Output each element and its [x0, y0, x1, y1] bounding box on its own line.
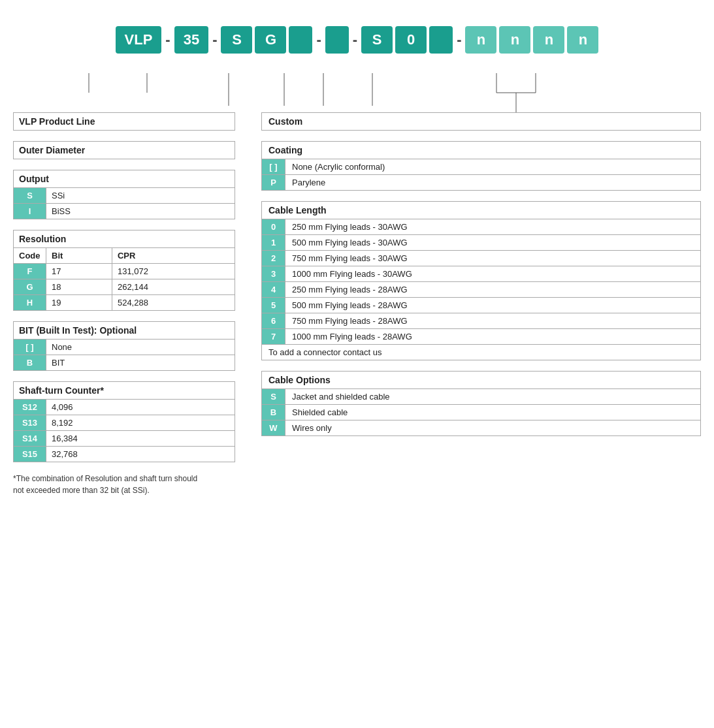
- cable-length-row-4: 4 250 mm Flying leads - 28AWG: [262, 282, 701, 298]
- cable-options-row-s: S Jacket and shielded cable: [262, 389, 701, 405]
- cable-length-note: To add a connector contact us: [262, 345, 701, 360]
- sep3: -: [315, 31, 322, 48]
- coating-code-p: P: [262, 175, 285, 191]
- cable-length-row-1: 1 500 mm Flying leads - 30AWG: [262, 235, 701, 251]
- res-cpr-f: 131,072: [112, 264, 235, 279]
- res-bit-f: 17: [46, 264, 112, 279]
- pn-n3: n: [533, 26, 564, 54]
- sep2: -: [211, 31, 218, 48]
- cable-length-header: Cable Length: [262, 202, 701, 219]
- res-cpr-g: 262,144: [112, 279, 235, 295]
- connector-lines: [13, 73, 701, 112]
- cable-options-code-s: S: [262, 389, 285, 405]
- coating-table: Coating [ ] None (Acrylic conformal) P P…: [261, 141, 701, 191]
- outer-diameter-table: Outer Diameter: [13, 141, 235, 159]
- shaft-code-s14: S14: [14, 431, 46, 447]
- cable-length-row-7: 7 1000 mm Flying leads - 28AWG: [262, 329, 701, 345]
- shaft-row-s14: S14 16,384: [14, 431, 235, 447]
- cable-length-code-4: 4: [262, 282, 285, 298]
- cable-options-row-b: B Shielded cable: [262, 405, 701, 420]
- cable-length-desc-5: 500 mm Flying leads - 28AWG: [285, 298, 701, 313]
- cable-length-desc-7: 1000 mm Flying leads - 28AWG: [285, 329, 701, 345]
- bit-table: BIT (Built In Test): Optional [ ] None B…: [13, 321, 235, 371]
- pn-0: 0: [395, 26, 427, 54]
- shaft-desc-s14: 16,384: [46, 431, 235, 447]
- cable-length-code-3: 3: [262, 266, 285, 282]
- output-row-s: S SSi: [14, 188, 235, 204]
- custom-table: Custom: [261, 112, 701, 131]
- pn-n4: n: [567, 26, 598, 54]
- cable-length-code-0: 0: [262, 219, 285, 235]
- output-row-i: I BiSS: [14, 204, 235, 219]
- shaft-code-s15: S15: [14, 447, 46, 462]
- cable-length-code-7: 7: [262, 329, 285, 345]
- output-code-i: I: [14, 204, 46, 219]
- coating-header: Coating: [262, 142, 701, 159]
- res-code-h: H: [14, 295, 46, 311]
- cable-options-table: Cable Options S Jacket and shielded cabl…: [261, 371, 701, 436]
- res-cpr-h: 524,288: [112, 295, 235, 311]
- bit-row-b: B BIT: [14, 355, 235, 371]
- product-line-header: VLP Product Line: [14, 113, 235, 131]
- sep5: -: [455, 31, 462, 48]
- part-number-row: VLP - 35 - S G - - S 0 - n n n n: [13, 26, 701, 54]
- cable-length-desc-2: 750 mm Flying leads - 30AWG: [285, 251, 701, 266]
- cable-length-row-5: 5 500 mm Flying leads - 28AWG: [262, 298, 701, 313]
- shaft-code-s12: S12: [14, 400, 46, 415]
- res-bit-g: 18: [46, 279, 112, 295]
- cable-options-desc-b: Shielded cable: [285, 405, 701, 420]
- left-column: VLP Product Line Outer Diameter Output S…: [13, 112, 235, 496]
- coating-code-none: [ ]: [262, 159, 285, 175]
- bit-desc-none: None: [46, 340, 235, 355]
- cable-length-desc-4: 250 mm Flying leads - 28AWG: [285, 282, 701, 298]
- sep1: -: [164, 31, 171, 48]
- coating-desc-none: None (Acrylic conformal): [285, 159, 701, 175]
- cable-length-note-row: To add a connector contact us: [262, 345, 701, 360]
- resolution-row-h: H 19 524,288: [14, 295, 235, 311]
- bit-desc-b: BIT: [46, 355, 235, 371]
- shaft-row-s15: S15 32,768: [14, 447, 235, 462]
- cable-options-desc-w: Wires only: [285, 420, 701, 436]
- cable-length-desc-0: 250 mm Flying leads - 30AWG: [285, 219, 701, 235]
- right-column: Custom Coating [ ] None (Acrylic conform…: [261, 112, 701, 447]
- output-desc-i: BiSS: [46, 204, 235, 219]
- pn-g: G: [255, 26, 286, 54]
- shaft-desc-s12: 4,096: [46, 400, 235, 415]
- resolution-row-g: G 18 262,144: [14, 279, 235, 295]
- resolution-col-header: Code Bit CPR: [14, 248, 235, 264]
- res-col-bit: Bit: [46, 248, 112, 264]
- cable-length-row-0: 0 250 mm Flying leads - 30AWG: [262, 219, 701, 235]
- cable-length-row-3: 3 1000 mm Flying leads - 30AWG: [262, 266, 701, 282]
- shaft-desc-s13: 8,192: [46, 415, 235, 431]
- pn-s2: S: [361, 26, 393, 54]
- res-col-code: Code: [14, 248, 46, 264]
- cable-options-desc-s: Jacket and shielded cable: [285, 389, 701, 405]
- bit-code-b: B: [14, 355, 46, 371]
- cable-length-desc-3: 1000 mm Flying leads - 30AWG: [285, 266, 701, 282]
- res-col-cpr: CPR: [112, 248, 235, 264]
- resolution-row-f: F 17 131,072: [14, 264, 235, 279]
- cable-options-header: Cable Options: [262, 372, 701, 389]
- pn-vlp: VLP: [116, 26, 162, 54]
- pn-blank3: [429, 26, 453, 54]
- coating-desc-p: Parylene: [285, 175, 701, 191]
- pn-blank1: [289, 26, 312, 54]
- pn-n1: n: [465, 26, 496, 54]
- main-layout: VLP Product Line Outer Diameter Output S…: [13, 112, 701, 496]
- bit-row-none: [ ] None: [14, 340, 235, 355]
- shaft-row-s12: S12 4,096: [14, 400, 235, 415]
- connector-svg: [26, 73, 714, 112]
- cable-options-row-w: W Wires only: [262, 420, 701, 436]
- shaft-code-s13: S13: [14, 415, 46, 431]
- pn-35: 35: [174, 26, 208, 54]
- bit-code-none: [ ]: [14, 340, 46, 355]
- cable-length-table: Cable Length 0 250 mm Flying leads - 30A…: [261, 201, 701, 360]
- output-code-s: S: [14, 188, 46, 204]
- sep4: -: [351, 31, 359, 48]
- cable-length-desc-6: 750 mm Flying leads - 28AWG: [285, 313, 701, 329]
- output-header: Output: [14, 170, 235, 188]
- resolution-table: Resolution Code Bit CPR F 17 131,072 G 1…: [13, 230, 235, 311]
- res-code-g: G: [14, 279, 46, 295]
- cable-length-row-2: 2 750 mm Flying leads - 30AWG: [262, 251, 701, 266]
- shaft-note: *The combination of Resolution and shaft…: [13, 473, 203, 496]
